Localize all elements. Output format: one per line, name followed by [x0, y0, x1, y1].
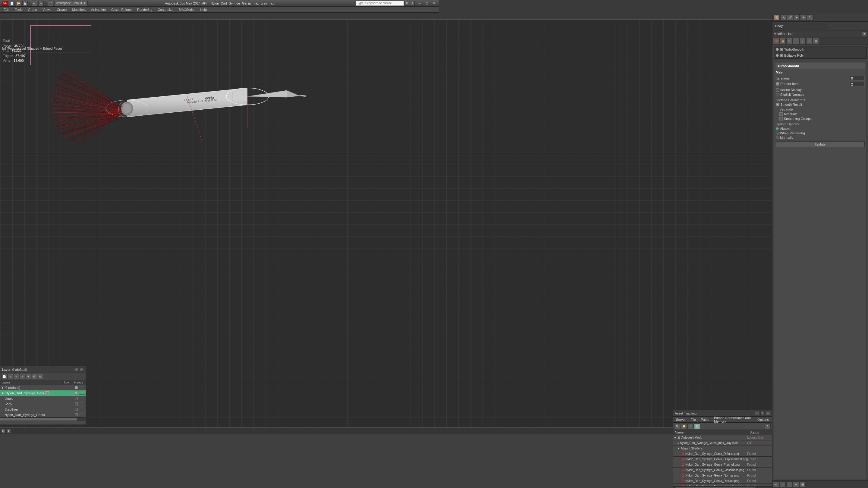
svg-line-73	[57, 85, 122, 108]
toolbar-btn-save[interactable]: 💾	[22, 1, 28, 6]
main-viewport[interactable]: genia MiniJect 5 ml ref.192272 0.9-OCT	[0, 19, 439, 246]
svg-line-19	[299, 95, 306, 96]
sep1	[30, 1, 30, 6]
title-text: Autodesk 3ds Max 2014 x64 Nylon_Dart_Syr…	[165, 1, 274, 5]
workspace-dropdown[interactable]: Workspace: Default ▼	[54, 1, 88, 6]
stats-total-label: Total	[3, 38, 26, 43]
search-icon[interactable]: 🔍	[404, 1, 409, 6]
menu-modifiers[interactable]: Modifiers	[70, 7, 88, 13]
svg-point-22	[122, 103, 131, 113]
stats-verts-row: Verts: 18,600	[3, 58, 26, 63]
close-btn[interactable]: ×	[432, 1, 436, 6]
edges-value: 57,497	[16, 53, 26, 59]
svg-line-64	[73, 68, 116, 104]
sep2	[45, 1, 46, 6]
polys-value: 35,720	[14, 43, 24, 48]
syringe-object: genia MiniJect 5 ml ref.192272 0.9-OCT	[36, 38, 308, 176]
menu-tools[interactable]: Tools	[12, 7, 25, 13]
menu-customize[interactable]: Customize	[156, 7, 176, 13]
menu-help[interactable]: Help	[198, 7, 210, 13]
menu-rendering[interactable]: Rendering	[135, 7, 155, 13]
svg-line-70	[68, 119, 116, 141]
tris-value: 34,322	[11, 48, 22, 53]
search-bar: 🔍 ?	[355, 1, 415, 6]
window-controls: 🔍 ? − □ ×	[355, 1, 436, 6]
menu-edit[interactable]: Edit	[1, 7, 12, 13]
menu-group[interactable]: Group	[26, 7, 40, 13]
tris-label: Tris:	[3, 48, 9, 53]
maximize-btn[interactable]: □	[424, 1, 429, 6]
workspace-arrow: ▼	[83, 1, 86, 5]
app-icon: 3ds	[2, 1, 8, 6]
menu-bar: Edit Tools Group Views Create Modifiers …	[0, 7, 439, 13]
menu-maxscript[interactable]: MAXScript	[177, 7, 197, 13]
stats-polys-row: Polys: 35,720	[3, 43, 26, 48]
svg-line-81	[63, 70, 120, 107]
svg-line-82	[58, 82, 120, 109]
polys-label: Polys:	[3, 43, 12, 48]
edges-label: Edges:	[3, 53, 13, 59]
minimize-btn[interactable]: −	[417, 1, 422, 6]
title-bar-left: 3ds 📄 📂 💾 ↩ ↪ 🎬 Workspace: Default ▼	[2, 1, 88, 6]
menu-create[interactable]: Create	[54, 7, 69, 13]
toolbar-btn-redo[interactable]: ↪	[38, 1, 44, 6]
svg-line-86	[64, 117, 120, 137]
menu-views[interactable]: Views	[40, 7, 54, 13]
verts-value: 18,600	[13, 58, 24, 63]
search-input[interactable]	[355, 1, 404, 6]
workspace-label: Workspace: Default	[56, 1, 82, 5]
svg-line-20	[299, 96, 306, 97]
toolbar-btn-render-setup[interactable]: 🎬	[48, 1, 53, 6]
verts-label: Verts:	[3, 58, 11, 63]
toolbar-btn-open[interactable]: 📂	[16, 1, 21, 6]
svg-line-53	[70, 69, 118, 105]
menu-animation[interactable]: Animation	[89, 7, 108, 13]
title-bar: 3ds 📄 📂 💾 ↩ ↪ 🎬 Workspace: Default ▼ Aut…	[0, 0, 439, 7]
search-help-icon[interactable]: ?	[410, 1, 415, 6]
svg-line-44	[59, 84, 119, 109]
stats-tris-row: Tris: 34,322	[3, 48, 26, 53]
stats-panel: Total Polys: 35,720 Tris: 34,322 Edges: …	[3, 38, 26, 63]
menu-graph-editors[interactable]: Graph Editors	[109, 7, 134, 13]
svg-line-55	[61, 79, 118, 107]
toolbar-btn-undo[interactable]: ↩	[32, 1, 37, 6]
stats-edges-row: Edges: 57,497	[3, 53, 26, 59]
toolbar-btn-new[interactable]: 📄	[9, 1, 14, 6]
dart-fibers	[51, 68, 122, 144]
